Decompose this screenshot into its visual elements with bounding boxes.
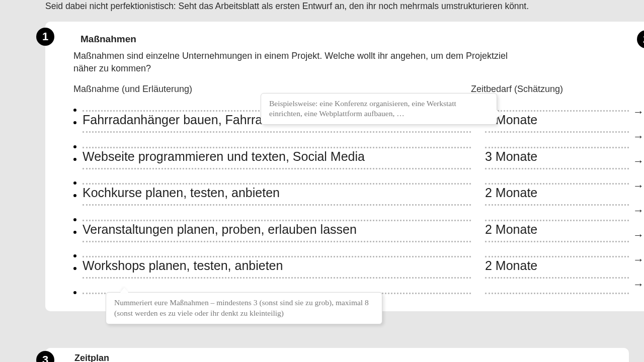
table-row: Kochkurse planen, testen, anbieten2 Mona…	[73, 186, 629, 206]
bullet-icon	[73, 109, 76, 112]
table-row: Webseite programmieren und texten, Socia…	[73, 149, 629, 169]
section-3-title: Zeitplan	[74, 353, 109, 362]
arrow-icon: →	[633, 205, 644, 216]
bullet-icon	[73, 158, 76, 161]
intro-text: Seid dabei nicht perfektionistisch: Seht…	[45, 0, 644, 13]
arrow-icon: →	[633, 131, 644, 142]
time-cell: 2 Monate	[485, 113, 629, 133]
table-row	[73, 137, 629, 148]
table-row	[73, 246, 629, 258]
bullet-icon	[73, 267, 76, 270]
time-cell	[485, 101, 629, 112]
time-cell: 2 Monate	[485, 222, 629, 242]
time-cell: 3 Monate	[485, 149, 629, 169]
time-cell	[485, 283, 629, 294]
arrow-column: → → → → → → → →	[633, 107, 644, 290]
action-cell	[83, 246, 471, 258]
arrow-icon: →	[633, 254, 644, 265]
section-description: Maßnahmen sind einzelne Unternehmungen i…	[73, 50, 526, 75]
bullet-icon	[73, 145, 76, 148]
time-cell	[485, 210, 629, 221]
table-row	[73, 210, 629, 221]
action-cell: Workshops planen, testen, anbieten	[83, 258, 471, 279]
tip-numbering: Nummeriert eure Maßnahmen – mindestens 3…	[106, 292, 382, 324]
section-title: Maßnahmen	[80, 34, 629, 45]
time-cell: 2 Monate	[485, 186, 629, 206]
action-cell: Webseite programmieren und texten, Socia…	[83, 149, 471, 169]
bullet-icon	[73, 254, 76, 257]
bullet-icon	[73, 194, 76, 197]
arrow-icon: →	[633, 279, 644, 290]
time-cell	[485, 246, 629, 258]
bullet-icon	[73, 182, 76, 185]
table-row: Workshops planen, testen, anbieten2 Mona…	[73, 258, 629, 279]
section-zeitplan-card: Zeitplan	[45, 348, 629, 362]
action-cell	[83, 137, 471, 148]
bullet-icon	[73, 291, 76, 294]
section-number-badge: 1	[36, 28, 54, 46]
arrow-icon: →	[633, 180, 644, 192]
time-cell	[485, 173, 629, 185]
action-cell: Veranstaltungen planen, proben, erlauben…	[83, 222, 471, 242]
action-cell	[83, 210, 471, 221]
arrow-icon: →	[633, 230, 644, 241]
section-massnahmen: 1 Maßnahmen Maßnahmen sind einzelne Unte…	[45, 22, 644, 311]
action-cell: Kochkurse planen, testen, anbieten	[83, 186, 471, 206]
action-cell	[83, 173, 471, 185]
table-row: Veranstaltungen planen, proben, erlauben…	[73, 222, 629, 242]
bullet-icon	[73, 121, 76, 124]
arrow-icon: →	[633, 156, 644, 167]
bullet-icon	[73, 231, 76, 234]
tip-examples: Beispielsweise: eine Konferenz organisie…	[261, 93, 497, 125]
rows-list: Fahrradanhänger bauen, Fahrradküche best…	[73, 101, 629, 294]
bullet-icon	[73, 218, 76, 221]
time-cell	[485, 137, 629, 148]
arrow-icon: →	[633, 107, 644, 118]
time-cell: 2 Monate	[485, 258, 629, 279]
table-row	[73, 173, 629, 185]
